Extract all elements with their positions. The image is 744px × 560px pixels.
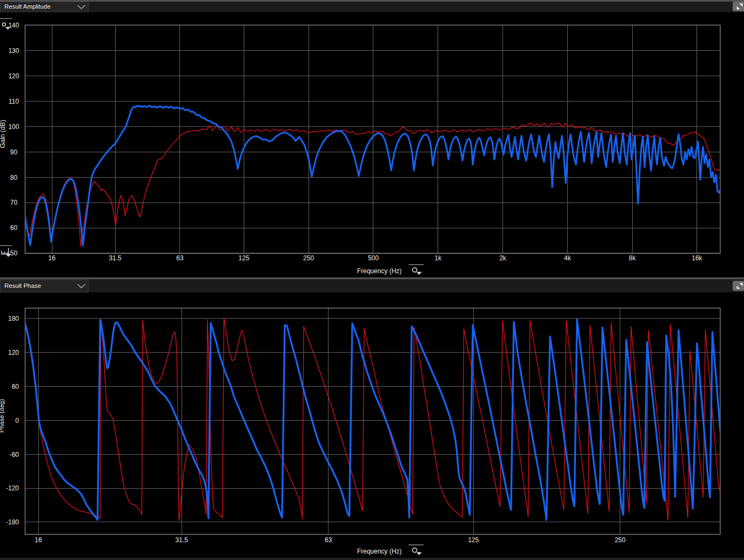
svg-text:90: 90 xyxy=(10,149,18,156)
svg-text:31.5: 31.5 xyxy=(109,254,122,262)
svg-text:80: 80 xyxy=(10,174,18,181)
svg-text:60: 60 xyxy=(10,224,18,232)
svg-text:120: 120 xyxy=(8,72,19,80)
svg-text:60: 60 xyxy=(12,383,19,390)
svg-text:Gain (dB): Gain (dB) xyxy=(0,120,6,149)
svg-text:Frequency (Hz): Frequency (Hz) xyxy=(357,267,402,275)
svg-text:100: 100 xyxy=(8,123,19,131)
svg-text:130: 130 xyxy=(8,47,19,55)
svg-text:0: 0 xyxy=(15,417,19,424)
svg-text:250: 250 xyxy=(615,536,626,544)
svg-text:Phase (deg): Phase (deg) xyxy=(0,399,5,433)
svg-text:110: 110 xyxy=(9,98,19,105)
svg-text:250: 250 xyxy=(303,254,314,262)
svg-text:125: 125 xyxy=(468,536,479,544)
svg-text:-120: -120 xyxy=(6,484,19,492)
svg-text:16: 16 xyxy=(35,536,42,544)
svg-text:16k: 16k xyxy=(692,254,702,262)
svg-text:-60: -60 xyxy=(10,451,19,458)
svg-text:Result Amplitude: Result Amplitude xyxy=(4,3,50,10)
svg-text:1k: 1k xyxy=(434,254,442,262)
svg-text:4k: 4k xyxy=(564,254,572,262)
svg-text:50: 50 xyxy=(10,249,18,257)
svg-text:Frequency (Hz): Frequency (Hz) xyxy=(357,548,402,555)
svg-text:31.5: 31.5 xyxy=(176,536,189,544)
svg-text:2k: 2k xyxy=(499,254,507,262)
svg-text:120: 120 xyxy=(8,349,19,356)
svg-text:500: 500 xyxy=(368,254,379,262)
svg-text:63: 63 xyxy=(176,254,184,262)
svg-text:16: 16 xyxy=(48,254,56,262)
svg-text:-180: -180 xyxy=(6,518,19,526)
svg-text:Result Phase: Result Phase xyxy=(4,282,41,289)
svg-text:70: 70 xyxy=(10,199,18,206)
svg-text:125: 125 xyxy=(238,254,249,262)
svg-text:140: 140 xyxy=(8,22,19,29)
svg-text:8k: 8k xyxy=(629,254,636,262)
svg-text:180: 180 xyxy=(8,315,19,322)
svg-text:63: 63 xyxy=(325,536,332,544)
